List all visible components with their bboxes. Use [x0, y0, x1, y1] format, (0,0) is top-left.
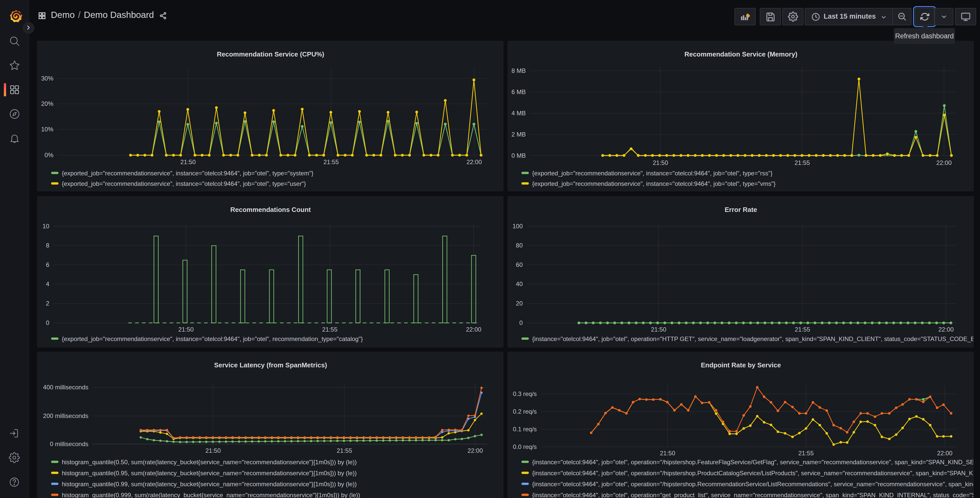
svg-text:21:50: 21:50 — [653, 159, 668, 166]
svg-text:{instance="otelcol:9464", job=: {instance="otelcol:9464", job="otel", op… — [532, 335, 974, 342]
svg-text:200 milliseconds: 200 milliseconds — [43, 412, 88, 419]
svg-text:21:50: 21:50 — [180, 158, 196, 165]
svg-text:0: 0 — [46, 319, 49, 326]
svg-text:21:50: 21:50 — [660, 450, 675, 456]
svg-text:22:00: 22:00 — [466, 326, 481, 333]
svg-text:22:00: 22:00 — [466, 158, 482, 165]
svg-text:histogram_quantile(0.95, sum(r: histogram_quantile(0.95, sum(rate(latenc… — [62, 469, 356, 477]
svg-text:8 MB: 8 MB — [511, 67, 526, 74]
svg-text:{exported_job="recommendations: {exported_job="recommendationservice", i… — [62, 180, 306, 187]
svg-text:40: 40 — [516, 281, 523, 287]
svg-text:Service Latency (from SpanMetr: Service Latency (from SpanMetrics) — [214, 361, 327, 369]
svg-text:21:55: 21:55 — [337, 447, 352, 454]
svg-text:20: 20 — [516, 300, 523, 307]
svg-text:0.2 req/s: 0.2 req/s — [513, 408, 537, 415]
svg-text:22:00: 22:00 — [939, 326, 954, 333]
svg-text:2: 2 — [46, 300, 49, 307]
svg-text:400 milliseconds: 400 milliseconds — [43, 384, 88, 391]
svg-text:20%: 20% — [41, 100, 53, 107]
svg-text:10%: 10% — [41, 126, 53, 132]
svg-text:Error Rate: Error Rate — [724, 206, 757, 214]
svg-text:histogram_quantile(0.999, sum(: histogram_quantile(0.999, sum(rate(laten… — [62, 492, 360, 498]
svg-text:{instance="otelcol:9464", job=: {instance="otelcol:9464", job="otel", op… — [532, 492, 974, 498]
svg-text:21:50: 21:50 — [178, 326, 194, 333]
svg-text:0.1 req/s: 0.1 req/s — [513, 426, 537, 433]
svg-text:10: 10 — [42, 223, 49, 230]
svg-text:22:00: 22:00 — [468, 447, 483, 454]
svg-text:0 milliseconds: 0 milliseconds — [50, 441, 88, 447]
svg-text:0%: 0% — [45, 152, 53, 158]
svg-text:histogram_quantile(0.99, sum(r: histogram_quantile(0.99, sum(rate(latenc… — [62, 480, 356, 487]
svg-text:Recommendation Service (Memory: Recommendation Service (Memory) — [684, 50, 797, 58]
svg-text:0.3 req/s: 0.3 req/s — [513, 390, 537, 397]
svg-text:21:55: 21:55 — [795, 326, 810, 333]
svg-text:{instance="otelcol:9464", job=: {instance="otelcol:9464", job="otel", op… — [532, 459, 974, 466]
svg-text:{instance="otelcol:9464", job=: {instance="otelcol:9464", job="otel", op… — [532, 469, 974, 477]
svg-text:Endpoint Rate by Service: Endpoint Rate by Service — [701, 361, 781, 369]
svg-text:21:50: 21:50 — [205, 447, 221, 454]
svg-text:4: 4 — [46, 281, 49, 287]
svg-text:0: 0 — [519, 319, 523, 326]
svg-text:6: 6 — [46, 261, 49, 268]
svg-text:4 MB: 4 MB — [511, 110, 526, 117]
svg-text:60: 60 — [516, 261, 523, 268]
svg-text:{exported_job="recommendations: {exported_job="recommendationservice", i… — [62, 335, 363, 342]
svg-text:2 MB: 2 MB — [511, 131, 526, 138]
svg-text:6 MB: 6 MB — [511, 88, 526, 95]
svg-text:0 MB: 0 MB — [511, 152, 526, 159]
svg-text:80: 80 — [516, 242, 523, 249]
svg-text:histogram_quantile(0.50, sum(r: histogram_quantile(0.50, sum(rate(latenc… — [62, 459, 356, 466]
svg-text:Recommendation Service (CPU%): Recommendation Service (CPU%) — [217, 50, 324, 58]
svg-text:21:55: 21:55 — [794, 159, 810, 166]
svg-text:{exported_job="recommendations: {exported_job="recommendationservice", i… — [62, 170, 313, 177]
svg-text:{instance="otelcol:9464", job=: {instance="otelcol:9464", job="otel", op… — [532, 480, 974, 487]
svg-text:{exported_job="recommendations: {exported_job="recommendationservice", i… — [532, 170, 773, 177]
svg-text:21:55: 21:55 — [799, 450, 814, 456]
svg-text:8: 8 — [46, 242, 49, 249]
svg-text:Recommendations Count: Recommendations Count — [231, 206, 311, 214]
svg-text:21:50: 21:50 — [651, 326, 666, 333]
svg-text:{exported_job="recommendations: {exported_job="recommendationservice", i… — [532, 180, 776, 187]
svg-text:100: 100 — [512, 223, 523, 230]
svg-text:22:00: 22:00 — [937, 450, 952, 456]
svg-text:21:55: 21:55 — [322, 326, 337, 333]
svg-text:0.0 req/s: 0.0 req/s — [513, 443, 537, 450]
svg-text:30%: 30% — [41, 75, 53, 82]
svg-text:21:55: 21:55 — [323, 158, 339, 165]
svg-text:22:00: 22:00 — [936, 159, 951, 166]
